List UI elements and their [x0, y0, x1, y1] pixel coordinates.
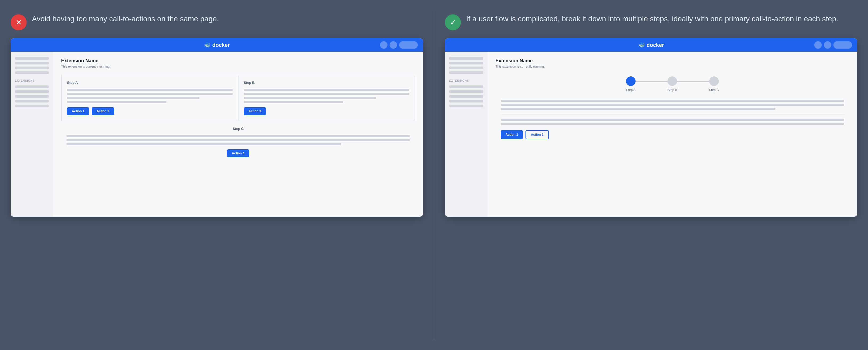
step-b-box: Step B Action 3 — [238, 75, 415, 121]
step-c-actions: Action 4 — [66, 149, 410, 157]
good-line-4 — [501, 119, 844, 121]
step-a-lines — [67, 89, 233, 103]
left-btn-action[interactable] — [399, 41, 418, 49]
good-content-area: Action 1 Action 2 — [495, 97, 849, 145]
right-main-content: Extension Name This extension is current… — [488, 52, 857, 217]
right-docker-text: docker — [647, 42, 664, 48]
stepper-dot-a — [626, 77, 636, 86]
right-sidebar-line-4 — [449, 71, 483, 74]
stepper-label-b: Step B — [668, 88, 677, 92]
left-titlebar-buttons — [380, 41, 418, 49]
good-action-2-button[interactable]: Action 2 — [525, 130, 549, 139]
panel-divider — [434, 11, 434, 339]
right-sidebar-line-1 — [449, 57, 483, 60]
action-2-button[interactable]: Action 2 — [92, 107, 114, 115]
stepper-label-c: Step C — [709, 88, 719, 92]
right-sidebar-items — [449, 85, 483, 107]
right-ext-title: Extension Name — [495, 58, 849, 64]
step-b-title: Step B — [244, 81, 409, 85]
step-b-line-2 — [244, 93, 409, 95]
right-panel: ✓ If a user flow is complicated, break i… — [445, 11, 857, 217]
left-sidebar-top-lines — [15, 57, 49, 74]
left-titlebar: 🐳 docker — [11, 38, 423, 52]
left-panel-header: ✕ Avoid having too many call-to-actions … — [11, 11, 423, 33]
right-window-body: EXTENSIONS Extension Name This extension… — [445, 52, 857, 217]
step-a-line-2 — [67, 93, 233, 95]
left-ext-title: Extension Name — [61, 58, 415, 64]
action-1-button[interactable]: Action 1 — [67, 107, 89, 115]
step-c-line-1 — [66, 135, 410, 137]
right-sidebar-item-4 — [449, 100, 483, 103]
step-a-box: Step A Action 1 Action 2 — [61, 75, 238, 121]
sidebar-item-1 — [15, 85, 49, 88]
left-steps-grid: Step A Action 1 Action 2 — [61, 75, 415, 121]
right-btn-2[interactable] — [824, 41, 831, 49]
step-b-line-1 — [244, 89, 409, 91]
right-description: If a user flow is complicated, break it … — [466, 13, 838, 25]
stepper-label-a: Step A — [626, 88, 635, 92]
good-lines — [501, 100, 844, 110]
sidebar-line-2 — [15, 62, 49, 64]
success-icon: ✓ — [445, 14, 461, 30]
left-description: Avoid having too many call-to-actions on… — [32, 13, 219, 25]
left-panel: ✕ Avoid having too many call-to-actions … — [11, 11, 423, 217]
right-sidebar-line-3 — [449, 66, 483, 69]
sidebar-line-1 — [15, 57, 49, 60]
right-panel-header: ✓ If a user flow is complicated, break i… — [445, 11, 857, 33]
right-sidebar-line-2 — [449, 62, 483, 64]
left-sidebar: EXTENSIONS — [11, 52, 53, 217]
step-c-line-2 — [66, 139, 410, 141]
left-docker-logo: 🐳 docker — [204, 42, 230, 48]
right-titlebar: 🐳 docker — [445, 38, 857, 52]
right-sidebar-item-1 — [449, 85, 483, 88]
step-a-line-3 — [67, 97, 199, 99]
left-sidebar-label: EXTENSIONS — [15, 79, 49, 82]
left-window-body: EXTENSIONS Extension Name This extension… — [11, 52, 423, 217]
sidebar-item-4 — [15, 100, 49, 103]
good-line-1 — [501, 100, 844, 102]
right-sidebar-item-5 — [449, 105, 483, 107]
step-a-line-4 — [67, 101, 166, 103]
step-c-title: Step C — [66, 127, 410, 131]
good-lines-2 — [501, 119, 844, 125]
good-action-1-button[interactable]: Action 1 — [501, 130, 523, 139]
step-a-actions: Action 1 Action 2 — [67, 107, 233, 115]
step-a-title: Step A — [67, 81, 233, 85]
step-c-section: Step C Action 4 — [61, 121, 415, 163]
sidebar-line-3 — [15, 66, 49, 69]
stepper-item-b: Step B — [668, 77, 677, 92]
right-sidebar-item-3 — [449, 95, 483, 98]
step-b-line-4 — [244, 101, 343, 103]
sidebar-item-5 — [15, 105, 49, 107]
left-sidebar-items — [15, 85, 49, 107]
right-btn-action[interactable] — [833, 41, 852, 49]
good-line-5 — [501, 123, 844, 125]
right-docker-window: 🐳 docker EXTENSIONS — [445, 38, 857, 217]
whale-icon: 🐳 — [204, 42, 211, 48]
good-line-3 — [501, 108, 775, 110]
good-step-actions: Action 1 Action 2 — [501, 130, 844, 139]
right-sidebar-label: EXTENSIONS — [449, 79, 483, 82]
right-docker-logo: 🐳 docker — [638, 42, 664, 48]
good-line-2 — [501, 104, 844, 106]
right-sidebar-item-2 — [449, 90, 483, 93]
right-whale-icon: 🐳 — [638, 42, 645, 48]
error-icon: ✕ — [11, 14, 27, 30]
step-a-line-1 — [67, 89, 233, 91]
action-3-button[interactable]: Action 3 — [244, 107, 266, 115]
step-c-line-3 — [66, 143, 341, 145]
right-titlebar-buttons — [814, 41, 852, 49]
right-ext-subtitle: This extension is currently running. — [495, 65, 849, 68]
step-b-lines — [244, 89, 409, 103]
stepper-dot-b — [668, 77, 677, 86]
left-btn-2[interactable] — [390, 41, 397, 49]
stepper-items: Step A Step B Step C — [626, 77, 719, 92]
action-4-button[interactable]: Action 4 — [227, 149, 249, 157]
right-btn-1[interactable] — [814, 41, 822, 49]
sidebar-item-2 — [15, 90, 49, 93]
sidebar-item-3 — [15, 95, 49, 98]
left-main-content: Extension Name This extension is current… — [53, 52, 423, 217]
stepper-item-a: Step A — [626, 77, 636, 92]
left-btn-1[interactable] — [380, 41, 388, 49]
left-ext-subtitle: This extension is currently running. — [61, 65, 415, 68]
